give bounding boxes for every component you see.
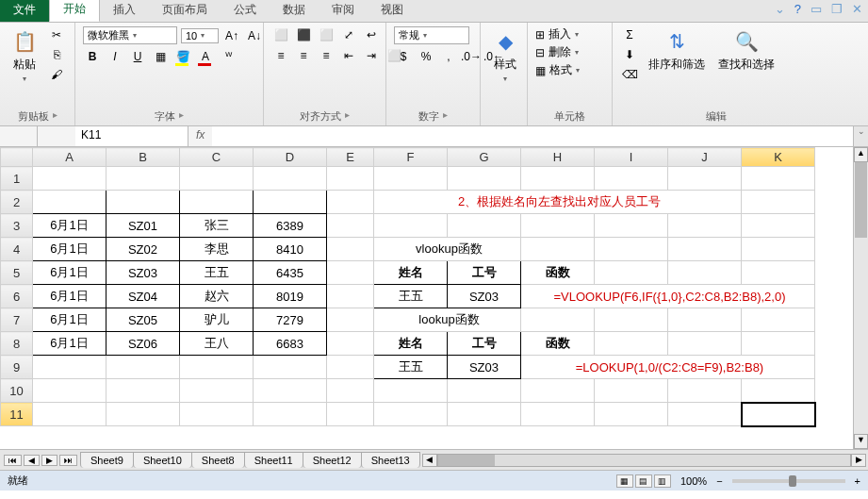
- window-close-icon[interactable]: ✕: [852, 2, 862, 16]
- cell-I11[interactable]: [595, 403, 668, 426]
- column-header-C[interactable]: C: [180, 148, 254, 167]
- orientation-icon[interactable]: ⤢: [339, 26, 358, 43]
- cell-G6[interactable]: SZ03: [448, 285, 521, 308]
- format-painter-icon[interactable]: 🖌: [47, 66, 66, 83]
- cell-G1[interactable]: [448, 167, 521, 191]
- column-header-A[interactable]: A: [33, 148, 106, 167]
- underline-icon[interactable]: U: [128, 48, 147, 65]
- sheet-tab-Sheet9[interactable]: Sheet9: [80, 452, 134, 468]
- dialog-launcher-icon[interactable]: ▸: [443, 109, 448, 124]
- cell-J3[interactable]: [668, 214, 742, 238]
- scroll-up-icon[interactable]: ▲: [854, 147, 868, 162]
- increase-decimal-icon[interactable]: .0→: [462, 48, 481, 65]
- zoom-slider[interactable]: [732, 479, 845, 483]
- cell-G10[interactable]: [448, 379, 521, 403]
- format-cells-button[interactable]: ▦格式▾: [535, 62, 580, 78]
- row-header-9[interactable]: 9: [1, 356, 33, 379]
- cell-D7[interactable]: 7279: [254, 308, 327, 332]
- cell-D6[interactable]: 8019: [254, 285, 327, 308]
- cell-G8[interactable]: 工号: [448, 332, 521, 356]
- cell-D3[interactable]: 6389: [254, 214, 327, 238]
- cell-K10[interactable]: [742, 379, 815, 403]
- cell-C7[interactable]: 驴儿: [180, 308, 254, 332]
- comma-icon[interactable]: ,: [439, 48, 458, 65]
- cell-D8[interactable]: 6683: [254, 332, 327, 356]
- cell-J8[interactable]: [668, 332, 742, 356]
- row-header-2[interactable]: 2: [1, 191, 33, 214]
- cell-D5[interactable]: 6435: [254, 261, 327, 285]
- view-normal-icon[interactable]: ▦: [616, 474, 633, 488]
- cell-H5[interactable]: 函数: [521, 261, 595, 285]
- sheet-tab-Sheet13[interactable]: Sheet13: [361, 452, 420, 468]
- cell-F2[interactable]: 2、根据姓名向左查找出对应人员工号: [374, 191, 742, 214]
- align-bottom-icon[interactable]: ⬜: [317, 26, 336, 43]
- cell-J7[interactable]: [668, 308, 742, 332]
- window-minimize-icon[interactable]: ▭: [811, 2, 822, 16]
- cell-D10[interactable]: [254, 379, 327, 403]
- formula-expand-icon[interactable]: ⌄: [853, 126, 868, 146]
- border-icon[interactable]: ▦: [151, 48, 170, 65]
- cell-G3[interactable]: [448, 214, 521, 238]
- fill-color-icon[interactable]: 🪣: [173, 48, 192, 65]
- cell-F4[interactable]: vlookup函数: [374, 238, 521, 261]
- zoom-out-icon[interactable]: −: [716, 475, 722, 487]
- horizontal-scrollbar[interactable]: [437, 454, 851, 467]
- cell-F3[interactable]: [374, 214, 448, 238]
- cell-D1[interactable]: [254, 167, 327, 191]
- cell-K4[interactable]: [742, 238, 815, 261]
- row-header-1[interactable]: 1: [1, 167, 33, 191]
- cell-I8[interactable]: [595, 332, 668, 356]
- cell-A11[interactable]: [33, 403, 106, 426]
- cell-D11[interactable]: [254, 403, 327, 426]
- column-header-D[interactable]: D: [254, 148, 327, 167]
- column-header-I[interactable]: I: [595, 148, 668, 167]
- sheet-nav-first-icon[interactable]: ⏮: [4, 455, 22, 466]
- cell-K7[interactable]: [742, 308, 815, 332]
- sheet-nav-prev-icon[interactable]: ◀: [24, 455, 40, 466]
- row-header-11[interactable]: 11: [1, 403, 33, 426]
- name-box[interactable]: K11: [75, 126, 188, 146]
- cell-E3[interactable]: [327, 214, 374, 238]
- cell-I5[interactable]: [595, 261, 668, 285]
- cell-F9[interactable]: 王五: [374, 356, 448, 379]
- cell-A9[interactable]: [33, 356, 106, 379]
- styles-button[interactable]: ◆ 样式 ▾: [488, 26, 522, 85]
- increase-indent-icon[interactable]: ⇥: [362, 47, 381, 64]
- sheet-tab-Sheet11[interactable]: Sheet11: [244, 452, 303, 468]
- cell-E8[interactable]: [327, 332, 374, 356]
- align-left-icon[interactable]: ≡: [271, 47, 290, 64]
- cell-B4[interactable]: SZ02: [106, 238, 180, 261]
- cell-F11[interactable]: [374, 403, 448, 426]
- cell-I3[interactable]: [595, 214, 668, 238]
- cell-B3[interactable]: SZ01: [106, 214, 180, 238]
- font-color-icon[interactable]: A: [196, 48, 215, 65]
- sheet-tab-Sheet12[interactable]: Sheet12: [303, 452, 362, 468]
- row-header-8[interactable]: 8: [1, 332, 33, 356]
- cell-B7[interactable]: SZ05: [106, 308, 180, 332]
- row-header-7[interactable]: 7: [1, 308, 33, 332]
- cell-F1[interactable]: [374, 167, 448, 191]
- cell-E11[interactable]: [327, 403, 374, 426]
- cell-H10[interactable]: [521, 379, 595, 403]
- column-header-K[interactable]: K: [742, 148, 815, 167]
- font-name-select[interactable]: 微软雅黑▾: [83, 26, 177, 44]
- row-header-3[interactable]: 3: [1, 214, 33, 238]
- cell-A8[interactable]: 6月1日: [33, 332, 106, 356]
- dialog-launcher-icon[interactable]: ▸: [53, 109, 57, 124]
- ribbon-minimize-icon[interactable]: ⌄: [775, 2, 785, 16]
- copy-icon[interactable]: ⎘: [47, 46, 66, 63]
- cell-A2[interactable]: 日期: [33, 191, 106, 214]
- italic-icon[interactable]: I: [106, 48, 124, 65]
- insert-cells-button[interactable]: ⊞插入▾: [535, 26, 579, 42]
- tab-review[interactable]: 审阅: [319, 0, 368, 22]
- cut-icon[interactable]: ✂: [47, 26, 66, 43]
- phonetic-icon[interactable]: ᵂ: [219, 48, 237, 65]
- cell-F6[interactable]: 王五: [374, 285, 448, 308]
- column-header-G[interactable]: G: [448, 148, 521, 167]
- cell-J11[interactable]: [668, 403, 742, 426]
- cell-E7[interactable]: [327, 308, 374, 332]
- delete-cells-button[interactable]: ⊟删除▾: [535, 44, 579, 60]
- cell-B8[interactable]: SZ06: [106, 332, 180, 356]
- tab-data[interactable]: 数据: [270, 0, 319, 22]
- scroll-down-icon[interactable]: ▼: [854, 434, 868, 449]
